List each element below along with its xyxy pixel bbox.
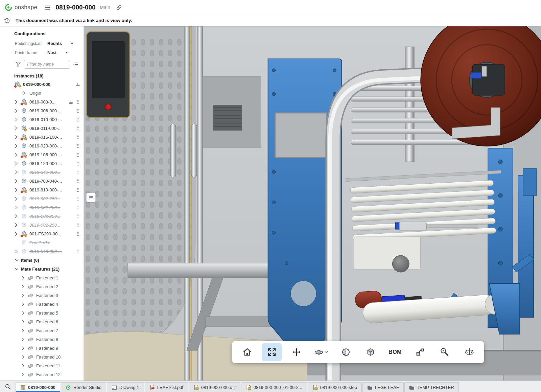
tree-row-mate-feature[interactable]: Fastened 4 — [0, 300, 84, 308]
chevron-right-icon[interactable] — [15, 100, 20, 104]
tree-row-instance[interactable]: 0819-120-000-... — [0, 159, 84, 168]
chevron-right-icon[interactable] — [15, 206, 20, 209]
home-view-button[interactable] — [237, 343, 257, 361]
tree-row-mate-feature[interactable]: Fastened 12 — [0, 370, 84, 379]
chevron-right-icon[interactable] — [15, 250, 20, 253]
document-tab[interactable]: 0819-000-000 — [16, 382, 60, 392]
tree-row-mate-feature[interactable]: Fastened 7 — [0, 326, 84, 335]
tab-search-button[interactable] — [2, 382, 14, 392]
tree-row-root-assembly[interactable]: 0819-000-000 — [0, 80, 84, 89]
chevron-right-icon[interactable] — [15, 109, 20, 113]
chevron-down-icon — [325, 351, 328, 353]
tree-row-mate-feature[interactable]: Fastened 5 — [0, 308, 84, 317]
tree-row-mate-feature[interactable]: Fastened 10 — [0, 352, 84, 361]
display-mode-button[interactable] — [361, 343, 380, 361]
pan-button[interactable] — [287, 343, 306, 361]
instance-type-icon — [21, 108, 28, 114]
section-view-button[interactable] — [336, 343, 356, 361]
tree-row-instance[interactable]: 0819-016-100-... — [0, 133, 84, 141]
tree-row-instance[interactable]: Part 1 <1> — [0, 238, 84, 247]
tree-row-instance[interactable]: 0819-020-000-... — [0, 141, 84, 150]
chevron-right-icon[interactable] — [15, 197, 20, 201]
document-tab[interactable]: LEAF kist.pdf — [145, 382, 188, 392]
tree-row-mate-feature[interactable]: Fastened 3 — [0, 291, 84, 300]
view-only-notice-bar: This document was shared via a link and … — [0, 15, 541, 26]
chevron-right-icon[interactable] — [15, 118, 20, 121]
chevron-right-icon[interactable] — [22, 294, 26, 297]
filter-button[interactable] — [16, 62, 21, 67]
tree-row-mate-feature[interactable]: Fastened 9 — [0, 344, 84, 352]
configuration-dropdown[interactable]: Bedieningskant Rechts — [0, 39, 84, 48]
chevron-right-icon[interactable] — [15, 232, 20, 236]
tree-row-mate-feature[interactable]: Fastened 8 — [0, 335, 84, 344]
main-menu-button[interactable] — [45, 5, 50, 10]
tree-row-instance[interactable]: 001-FS290-00... — [0, 229, 84, 238]
tree-row-instance[interactable]: 0819-002-250... — [0, 212, 84, 221]
document-tab[interactable]: Render Studio — [61, 382, 106, 392]
history-panel-button[interactable] — [4, 18, 10, 24]
explode-view-button[interactable] — [410, 343, 430, 361]
tree-row-instance[interactable]: 0819-002-250... — [0, 194, 84, 203]
chevron-right-icon[interactable] — [15, 214, 20, 218]
selection-panel-toggle[interactable] — [86, 193, 96, 202]
tree-row-mate-feature[interactable]: Fastened 6 — [0, 317, 84, 326]
list-view-toggle-button[interactable] — [73, 62, 78, 67]
chevron-right-icon[interactable] — [22, 276, 26, 280]
chevron-right-icon[interactable] — [15, 188, 20, 192]
chevron-right-icon[interactable] — [22, 338, 26, 341]
tree-row-origin[interactable]: Origin — [0, 89, 84, 97]
tree-row-instance[interactable]: 0819-010-000-... — [0, 115, 84, 124]
3d-viewport[interactable]: BOM — [84, 26, 541, 381]
chevron-right-icon[interactable] — [22, 329, 26, 332]
document-tab[interactable]: Drawing 1 — [107, 382, 144, 392]
mass-properties-button[interactable] — [460, 343, 479, 361]
tree-row-instance[interactable]: 0819-006-000-... — [0, 106, 84, 115]
configuration-dropdown[interactable]: Printerframe N.v.t — [0, 48, 84, 57]
items-section-toggle[interactable]: Items (0) — [0, 256, 84, 264]
chevron-right-icon[interactable] — [15, 162, 20, 165]
tree-row-mate-feature[interactable]: Fastened 2 — [0, 282, 84, 291]
chevron-right-icon[interactable] — [15, 223, 20, 227]
mate-features-section-toggle[interactable]: Mate Features (21) — [0, 264, 84, 273]
tree-row-instance[interactable]: 0819-340-000... — [0, 168, 84, 177]
tree-row-instance[interactable]: 0819-002-250... — [0, 203, 84, 212]
tree-row-instance[interactable]: 0819-810-000-... — [0, 185, 84, 194]
filter-input[interactable] — [24, 60, 70, 69]
document-tab[interactable]: LEGE LEAF — [362, 382, 404, 392]
chevron-right-icon[interactable] — [22, 285, 26, 289]
document-tab[interactable]: 0819-000-000_01-09-2... — [241, 382, 307, 392]
tree-row-instance[interactable]: 0819-011-000-... — [0, 124, 84, 133]
onshape-logo[interactable]: onshape — [5, 4, 37, 11]
chevron-right-icon[interactable] — [15, 135, 20, 139]
chevron-right-icon[interactable] — [15, 153, 20, 157]
chevron-right-icon[interactable] — [22, 346, 26, 350]
instance-type-icon — [21, 213, 28, 219]
tape-measure-icon — [440, 348, 449, 356]
measure-button[interactable] — [435, 343, 454, 361]
tree-row-mate-feature[interactable]: Fastened 11 — [0, 361, 84, 370]
tree-row-instance[interactable]: 0819-010-000-... — [0, 247, 84, 256]
chevron-right-icon[interactable] — [22, 320, 26, 324]
chevron-right-icon[interactable] — [22, 355, 26, 359]
tree-row-instance[interactable]: 0819-002-250... — [0, 221, 84, 229]
rotate-view-button[interactable] — [311, 343, 331, 361]
tree-row-instance[interactable]: 0819-105-000-... — [0, 150, 84, 159]
chevron-right-icon[interactable] — [15, 144, 20, 148]
document-tab[interactable]: TEMP TRECHTER — [404, 382, 459, 392]
bom-button[interactable]: BOM — [385, 343, 405, 361]
mate-feature-label: Fastened 1 — [36, 275, 58, 280]
zoom-to-fit-button[interactable] — [262, 343, 282, 361]
chevron-right-icon[interactable] — [15, 126, 20, 130]
tree-row-instance[interactable]: 0819-700-040-... — [0, 177, 84, 185]
tree-row-mate-feature[interactable]: Fastened 1 — [0, 273, 84, 282]
document-tab[interactable]: 0819-000-000.step — [308, 382, 362, 392]
chevron-right-icon[interactable] — [15, 170, 20, 174]
document-tab[interactable]: 0819-000-000.x_t — [189, 382, 240, 392]
chevron-right-icon[interactable] — [22, 311, 26, 315]
chevron-right-icon[interactable] — [22, 302, 26, 306]
tree-row-instance[interactable]: 0819-003-0... — [0, 97, 84, 106]
chevron-right-icon[interactable] — [22, 364, 26, 368]
share-link-button[interactable] — [116, 5, 122, 10]
chevron-right-icon[interactable] — [15, 179, 20, 183]
chevron-right-icon[interactable] — [22, 373, 26, 376]
